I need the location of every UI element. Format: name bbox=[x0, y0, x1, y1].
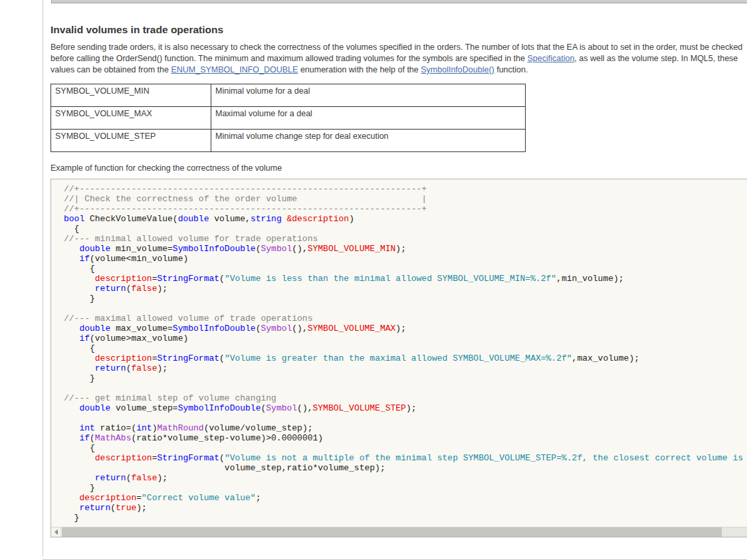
code-token: return bbox=[95, 473, 126, 483]
code-token: double bbox=[79, 244, 110, 254]
code-token: "Volume is greater than the maximal allo… bbox=[225, 353, 572, 363]
code-token: return bbox=[79, 503, 110, 513]
code-token: MathRound bbox=[157, 423, 203, 433]
code-token: false bbox=[131, 473, 157, 483]
code-token: //+-------------------------------------… bbox=[64, 184, 427, 194]
code-token: description bbox=[95, 274, 152, 284]
inline-link[interactable]: SymbolInfoDouble() bbox=[421, 65, 494, 74]
code-line: return(false); bbox=[64, 363, 747, 373]
text-run: enumeration with the help of the bbox=[298, 65, 421, 74]
code-token: ( bbox=[219, 353, 225, 363]
code-line: return(false); bbox=[64, 284, 747, 294]
code-token: (ratio*volume_step-volume)>0.0000001) bbox=[131, 433, 323, 443]
code-token bbox=[64, 244, 79, 254]
code-line: double max_volume=SymbolInfoDouble(Symbo… bbox=[64, 324, 747, 333]
code-line: if(MathAbs(ratio*volume_step-volume)>0.0… bbox=[64, 433, 747, 443]
intro-paragraph: Before sending trade orders, it is also … bbox=[51, 42, 744, 76]
code-token: (volume>max_volume) bbox=[90, 333, 188, 343]
code-content: //+-------------------------------------… bbox=[51, 179, 747, 527]
code-token: ); bbox=[395, 244, 406, 254]
code-token: ( bbox=[219, 274, 225, 284]
constant-description-cell: Minimal volume change step for deal exec… bbox=[211, 130, 526, 152]
code-token: } bbox=[64, 483, 95, 493]
code-token: if bbox=[79, 254, 90, 264]
code-token: min_volume= bbox=[110, 244, 173, 254]
code-line: if(volume>max_volume) bbox=[64, 333, 747, 343]
code-block: //+-------------------------------------… bbox=[51, 179, 747, 537]
code-token: //--- get minimal step of volume changin… bbox=[64, 393, 276, 403]
table-row: SYMBOL_VOLUME_MAX Maximal volume for a d… bbox=[51, 107, 526, 130]
code-token: description bbox=[95, 453, 152, 463]
constant-description-cell: Minimal volume for a deal bbox=[211, 84, 526, 107]
code-token: Symbol bbox=[266, 403, 297, 413]
code-token: } bbox=[64, 373, 95, 383]
code-line: { bbox=[64, 224, 747, 234]
constant-description-cell: Maximal volume for a deal bbox=[211, 107, 526, 130]
code-token: return bbox=[95, 363, 126, 373]
code-token: StringFormat bbox=[157, 353, 219, 363]
code-token: ( bbox=[219, 453, 225, 463]
code-token: ); bbox=[157, 473, 167, 483]
code-token: ); bbox=[395, 324, 406, 333]
code-line: double min_volume=SymbolInfoDouble(Symbo… bbox=[64, 244, 747, 254]
scrollbar-thumb[interactable] bbox=[62, 527, 722, 537]
code-token bbox=[64, 493, 79, 503]
inline-link[interactable]: Specification bbox=[527, 54, 574, 63]
code-token: ,max_volume); bbox=[572, 353, 639, 363]
code-token: (volume/volume_step); bbox=[204, 423, 313, 433]
horizontal-scrollbar[interactable] bbox=[51, 527, 747, 537]
table-row: SYMBOL_VOLUME_STEP Minimal volume change… bbox=[51, 130, 526, 152]
code-token: if bbox=[79, 433, 90, 443]
constant-name-cell: SYMBOL_VOLUME_STEP bbox=[51, 130, 211, 152]
code-token: double bbox=[79, 403, 110, 413]
code-token: { bbox=[64, 224, 79, 234]
code-line: int ratio=(int)MathRound(volume/volume_s… bbox=[64, 423, 747, 433]
code-token: ); bbox=[157, 284, 167, 294]
code-line: description=StringFormat("Volume is not … bbox=[64, 453, 747, 463]
code-token: SYMBOL_VOLUME_MIN bbox=[308, 244, 396, 254]
code-token: &description bbox=[287, 214, 350, 224]
code-token: return bbox=[95, 284, 126, 294]
code-token bbox=[64, 324, 79, 333]
code-line: volume_step,ratio*volume_step); bbox=[64, 463, 747, 473]
code-line: description=StringFormat("Volume is less… bbox=[64, 274, 747, 284]
code-token: SymbolInfoDouble bbox=[173, 324, 256, 333]
code-line: //--- get minimal step of volume changin… bbox=[64, 393, 747, 403]
code-line bbox=[64, 304, 747, 314]
example-caption: Example of function for checking the cor… bbox=[51, 163, 747, 173]
code-token: double bbox=[79, 324, 110, 333]
code-line: } bbox=[64, 483, 747, 493]
code-token: } bbox=[64, 294, 95, 304]
scrollbar-left-arrow-button[interactable] bbox=[51, 527, 60, 537]
code-token: volume, bbox=[209, 214, 250, 224]
inline-link[interactable]: ENUM_SYMBOL_INFO_DOUBLE bbox=[171, 65, 298, 74]
code-line: if(volume<min_volume) bbox=[64, 254, 747, 264]
code-token bbox=[64, 453, 95, 463]
code-token: volume_step,ratio*volume_step); bbox=[64, 463, 385, 473]
code-token: Symbol bbox=[261, 244, 292, 254]
code-token bbox=[64, 473, 95, 483]
code-token: description bbox=[79, 493, 136, 503]
code-token bbox=[64, 254, 79, 264]
code-line: description=StringFormat("Volume is grea… bbox=[64, 353, 747, 363]
code-token: string bbox=[251, 214, 282, 224]
code-token bbox=[64, 503, 79, 513]
code-line: { bbox=[64, 443, 747, 453]
code-token: ( bbox=[110, 503, 116, 513]
left-arrow-icon bbox=[54, 529, 58, 535]
code-token: //--- minimal allowed volume for trade o… bbox=[64, 234, 318, 244]
code-token bbox=[64, 423, 79, 433]
code-token: "Correct volume value" bbox=[142, 493, 256, 503]
code-token: (), bbox=[292, 244, 307, 254]
code-token: StringFormat bbox=[157, 274, 219, 284]
code-token: SymbolInfoDouble bbox=[178, 403, 261, 413]
code-token: (volume<min_volume) bbox=[90, 254, 188, 264]
code-token: int bbox=[136, 423, 152, 433]
code-token: ; bbox=[256, 493, 261, 503]
code-token bbox=[64, 353, 95, 363]
code-token bbox=[64, 284, 95, 294]
code-token: CheckVolumeValue( bbox=[84, 214, 177, 224]
code-line: double volume_step=SymbolInfoDouble(Symb… bbox=[64, 403, 747, 413]
code-token: StringFormat bbox=[157, 453, 219, 463]
code-token: //+-------------------------------------… bbox=[64, 204, 427, 214]
